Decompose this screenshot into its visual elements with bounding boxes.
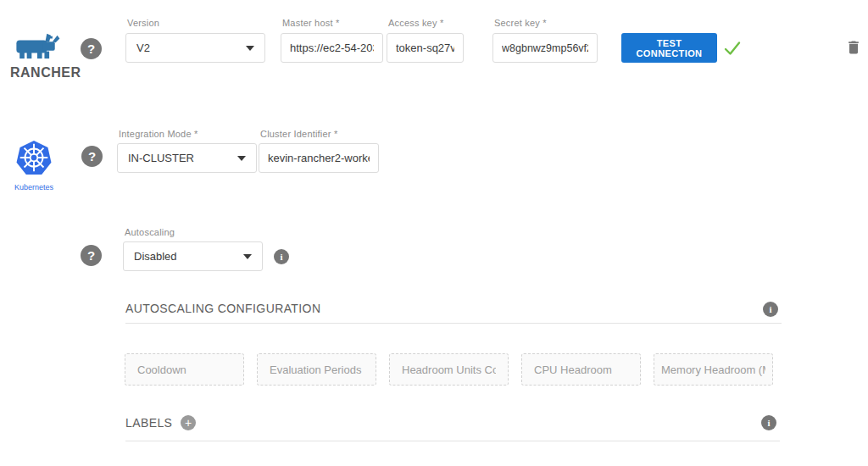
cooldown-input	[125, 353, 244, 386]
version-value: V2	[136, 42, 150, 54]
test-connection-button[interactable]: TEST CONNECTION	[621, 33, 717, 63]
secret-key-input[interactable]	[492, 33, 598, 63]
kubernetes-helm-icon	[14, 140, 53, 177]
autoscaling-configuration-divider	[125, 323, 782, 324]
autoscaling-value: Disabled	[134, 250, 177, 263]
rancher-bull-icon	[10, 31, 63, 60]
integration-mode-value: IN-CLUSTER	[128, 152, 194, 164]
delete-trash-icon[interactable]	[845, 38, 862, 57]
version-label: Version	[127, 18, 159, 28]
version-select[interactable]: V2	[125, 33, 265, 63]
chevron-down-icon	[243, 254, 252, 259]
evaluation-periods-input	[257, 353, 376, 386]
autoscaling-configuration-info-icon[interactable]: i	[763, 302, 778, 317]
chevron-down-icon	[237, 156, 246, 161]
rancher-logo: RANCHER	[10, 31, 78, 80]
memory-headroom-input	[654, 353, 773, 386]
autoscaling-help-icon[interactable]: ?	[81, 245, 102, 266]
autoscaling-info-icon[interactable]: i	[274, 249, 289, 264]
kubernetes-logo: Kubernetes	[8, 140, 59, 191]
headroom-units-count-input	[389, 353, 509, 386]
add-label-button[interactable]: +	[181, 415, 196, 430]
rancher-wordmark: RANCHER	[10, 65, 78, 80]
integration-mode-label: Integration Mode *	[119, 129, 198, 139]
secret-key-label: Secret key *	[494, 18, 547, 28]
rancher-help-icon[interactable]: ?	[81, 38, 102, 59]
autoscaling-configuration-title: AUTOSCALING CONFIGURATION	[125, 302, 320, 315]
access-key-label: Access key *	[388, 18, 443, 28]
labels-divider	[125, 441, 780, 441]
cluster-identifier-input[interactable]	[259, 143, 379, 173]
access-key-input[interactable]	[387, 33, 464, 63]
kubernetes-wordmark: Kubernetes	[8, 183, 59, 191]
master-host-label: Master host *	[282, 18, 339, 28]
master-host-input[interactable]	[281, 33, 383, 63]
chevron-down-icon	[246, 46, 254, 51]
cluster-identifier-label: Cluster Identifier *	[260, 129, 337, 139]
integration-mode-select[interactable]: IN-CLUSTER	[117, 143, 257, 173]
kubernetes-help-icon[interactable]: ?	[81, 146, 103, 167]
autoscaling-select[interactable]: Disabled	[123, 241, 263, 271]
autoscaling-label: Autoscaling	[125, 227, 175, 237]
labels-info-icon[interactable]: i	[761, 415, 776, 430]
labels-title: LABELS	[125, 416, 172, 430]
cpu-headroom-input	[521, 353, 641, 386]
connection-success-check-icon	[722, 38, 743, 58]
